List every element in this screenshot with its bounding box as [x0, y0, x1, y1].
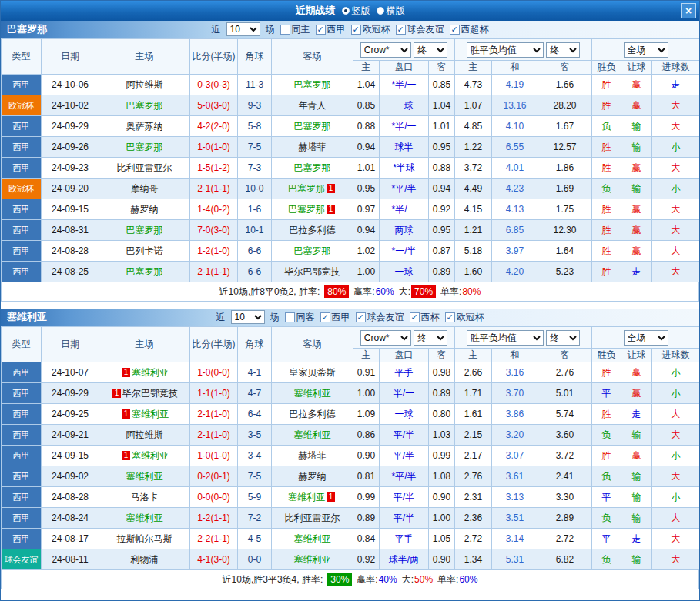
checkbox-copa[interactable]: 西杯 — [410, 311, 440, 324]
bookmaker-select[interactable]: Crow* — [360, 42, 411, 58]
checkbox-label: 球会友谊 — [407, 23, 444, 36]
cell-corner: 6-6 — [238, 262, 272, 282]
checkbox-ucl[interactable]: 欧冠杯 — [445, 311, 484, 324]
cell-score: 0-3(0-3) — [190, 75, 238, 95]
match-row: 西甲24-08-24塞维利亚1-2(1-1)7-2比利亚雷亚尔0.89平/半1.… — [2, 508, 700, 529]
match-row: 西甲24-08-17拉斯帕尔马斯2-2(1-1)4-5塞维利亚0.84平手1.0… — [2, 529, 700, 549]
cell-odds-away: 0.98 — [429, 362, 455, 383]
cell-handicap: *半/一 — [380, 75, 429, 95]
odds-stage-select[interactable]: 终 — [414, 330, 447, 346]
cell-odds-away: 0.87 — [429, 241, 455, 262]
cell-odds-home: 1.02 — [353, 241, 380, 262]
cell-avg-away: 5.01 — [538, 383, 592, 404]
cell-competition: 西甲 — [2, 466, 42, 487]
checkbox-same-away[interactable]: 同客 — [285, 311, 315, 324]
sub-col-handicap: 盘口 — [380, 349, 429, 362]
cell-home-team: 巴塞罗那 — [99, 220, 190, 241]
sub-col-odds-home: 主 — [353, 61, 380, 75]
layout-radio-vertical[interactable]: 竖版 — [342, 5, 370, 18]
sub-col-avg-draw: 和 — [492, 61, 538, 75]
cell-handicap-result: 输 — [621, 466, 652, 487]
cell-date: 24-08-11 — [42, 549, 99, 570]
cell-goals-result: 大 — [652, 262, 700, 282]
avg-filter-cell: 胜平负均值 终 — [455, 39, 592, 61]
cell-avg-away: 5.74 — [538, 404, 592, 425]
match-count-select[interactable]: 10 — [226, 22, 260, 36]
cell-corner: 0-0 — [238, 549, 272, 570]
cell-corner: 7-2 — [238, 508, 272, 529]
cell-score: 1-2(1-0) — [190, 241, 238, 262]
scope-select[interactable]: 全场 — [624, 330, 668, 346]
odds-stage-select[interactable]: 终 — [414, 42, 447, 58]
cell-home-team: 巴塞罗那 — [99, 262, 190, 282]
results-table: 类型 日期 主场 比分(半场) 角球 客场 Crow* 终 — [1, 38, 700, 282]
cell-date: 24-09-20 — [42, 179, 99, 199]
sub-col-odds-home: 主 — [353, 349, 380, 362]
cell-home-team: 塞维利亚 — [99, 466, 190, 487]
cell-home-team: 阿拉维斯 — [99, 75, 190, 95]
col-header-home: 主场 — [99, 327, 190, 362]
cell-handicap: 一球 — [380, 404, 429, 425]
bookmaker-select[interactable]: Crow* — [360, 330, 411, 346]
checkbox-supercopa[interactable]: 西超杯 — [450, 23, 489, 36]
checkbox-icon — [280, 25, 290, 35]
avg-stage-select[interactable]: 终 — [546, 330, 580, 346]
cell-date: 24-08-28 — [42, 241, 99, 262]
cell-home-team: 拉斯帕尔马斯 — [99, 529, 190, 549]
section-header-bar: 巴塞罗那 近 10 场 同主 西甲 欧冠杯 — [1, 21, 699, 38]
cell-result: 胜 — [592, 404, 621, 425]
sub-col-cover: 让球 — [621, 61, 652, 75]
cell-odds-home: 0.95 — [353, 179, 380, 199]
cell-goals-result: 大 — [652, 116, 700, 137]
cell-odds-home: 0.89 — [353, 508, 380, 529]
close-icon: × — [685, 5, 692, 17]
close-button[interactable]: × — [681, 3, 696, 18]
cell-result: 胜 — [592, 95, 621, 116]
cell-odds-home: 0.92 — [353, 549, 380, 570]
layout-radio-horizontal[interactable]: 横版 — [377, 5, 405, 18]
cell-odds-away: 0.89 — [429, 262, 455, 282]
checkbox-ucl[interactable]: 欧冠杯 — [351, 23, 390, 36]
cell-avg-draw: 3.13 — [492, 487, 538, 508]
avg-stage-select[interactable]: 终 — [546, 42, 580, 58]
cell-date: 24-09-23 — [42, 158, 99, 179]
scope-select[interactable]: 全场 — [624, 42, 668, 58]
team-section-barcelona: 巴塞罗那 近 10 场 同主 西甲 欧冠杯 — [1, 21, 699, 302]
checkbox-friendly[interactable]: 球会友谊 — [356, 311, 404, 324]
checkbox-laliga[interactable]: 西甲 — [316, 23, 346, 36]
recent-results-window: 近期战绩 竖版 横版 × 巴塞罗那 近 10 场 — [0, 0, 700, 601]
match-row: 西甲24-08-28马洛卡0-0(0-0)5-9塞维利亚10.99平/半0.90… — [2, 487, 700, 508]
cell-avg-away: 1.66 — [538, 75, 592, 95]
avg-type-select[interactable]: 胜平负均值 — [467, 330, 544, 346]
match-row: 西甲24-09-251塞维利亚2-1(1-0)6-4巴拉多利德1.09一球0.8… — [2, 404, 700, 425]
win-rate-value: 30% — [327, 573, 352, 586]
summary-bar: 近10场,胜3平3负4, 胜率: 30% 赢率:40% 大:50% 单率:60% — [1, 570, 699, 589]
cell-score: 1-5(1-2) — [190, 158, 238, 179]
cell-avg-draw: 3.51 — [492, 508, 538, 529]
cell-score: 5-0(3-0) — [190, 95, 238, 116]
checkbox-same-home[interactable]: 同主 — [280, 23, 310, 36]
cell-odds-home: 1.00 — [353, 262, 380, 282]
cell-goals-result: 小 — [652, 137, 700, 158]
col-header-home: 主场 — [99, 39, 190, 75]
cell-odds-home: 0.84 — [353, 529, 380, 549]
cell-goals-result: 大 — [652, 529, 700, 549]
cell-corner: 5-9 — [238, 487, 272, 508]
checkbox-friendly[interactable]: 球会友谊 — [396, 23, 444, 36]
cell-corner: 3-5 — [238, 425, 272, 446]
cell-competition: 欧冠杯 — [2, 95, 42, 116]
checkbox-laliga[interactable]: 西甲 — [320, 311, 350, 324]
match-count-select[interactable]: 10 — [231, 310, 265, 324]
cell-result: 负 — [592, 116, 621, 137]
avg-type-select[interactable]: 胜平负均值 — [467, 42, 544, 58]
cell-handicap: 平/半 — [380, 508, 429, 529]
cell-result: 平 — [592, 487, 621, 508]
cell-avg-draw: 6.85 — [492, 220, 538, 241]
cell-odds-home: 0.88 — [353, 116, 380, 137]
checkbox-label: 西杯 — [421, 311, 440, 324]
cell-avg-draw: 3.97 — [492, 241, 538, 262]
cell-competition: 西甲 — [2, 383, 42, 404]
cell-result: 胜 — [592, 199, 621, 220]
cell-date: 24-08-25 — [42, 262, 99, 282]
cell-score: 1-0(1-0) — [190, 446, 238, 466]
